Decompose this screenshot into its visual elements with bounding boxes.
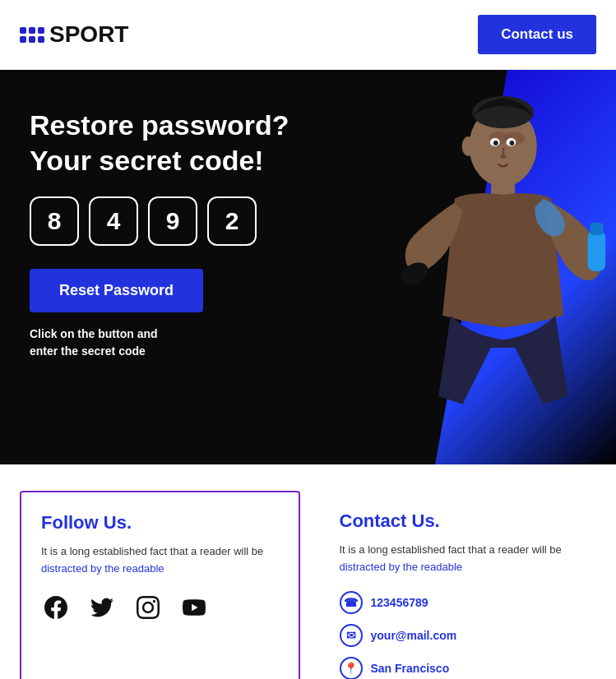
- hero-note: Click on the button and enter the secret…: [30, 326, 289, 360]
- hero-note-line1: Click on the button and: [30, 327, 158, 340]
- follow-us-title: Follow Us.: [41, 512, 279, 534]
- header: SPORT Contact us: [0, 0, 616, 70]
- logo-dot: [29, 27, 35, 34]
- logo: SPORT: [20, 21, 128, 48]
- code-boxes: 8 4 9 2: [30, 196, 289, 246]
- page-wrapper: SPORT Contact us: [0, 0, 616, 679]
- contact-us-section: Contact Us. It is a long established fac…: [320, 491, 597, 679]
- instagram-icon[interactable]: [133, 593, 163, 622]
- logo-dot: [20, 27, 26, 34]
- code-digit-2: 4: [89, 196, 138, 246]
- svg-rect-3: [591, 223, 604, 235]
- phone-number: 123456789: [371, 596, 428, 609]
- follow-us-body-highlight: distracted by the readable: [41, 562, 164, 575]
- svg-rect-2: [588, 231, 606, 271]
- contact-us-title: Contact Us.: [340, 510, 577, 532]
- contact-us-body-normal: It is a long established fact that a rea…: [340, 543, 562, 556]
- contact-email[interactable]: ✉ your@mail.com: [340, 624, 577, 647]
- contact-location[interactable]: 📍 San Francisco: [340, 657, 577, 679]
- hero-title-line2: Your secret code!: [30, 145, 289, 177]
- email-address: your@mail.com: [371, 629, 457, 642]
- logo-dots-icon: [20, 27, 44, 43]
- follow-us-section: Follow Us. It is a long established fact…: [20, 491, 300, 679]
- code-digit-3: 9: [148, 196, 197, 246]
- contact-us-button[interactable]: Contact us: [478, 15, 596, 54]
- follow-us-body-normal: It is a long established fact that a rea…: [41, 545, 263, 557]
- contact-us-body-highlight: distracted by the readable: [340, 561, 463, 573]
- youtube-icon[interactable]: [179, 593, 209, 622]
- logo-dot: [29, 36, 35, 43]
- email-icon: ✉: [340, 624, 363, 647]
- hero-image: [277, 70, 616, 464]
- contact-us-body: It is a long established fact that a rea…: [340, 542, 577, 576]
- social-icons: [41, 593, 279, 622]
- code-digit-4: 2: [207, 196, 257, 246]
- hero-title-line1: Restore password?: [30, 109, 289, 141]
- location-name: San Francisco: [371, 662, 450, 675]
- svg-point-8: [462, 136, 475, 156]
- phone-icon: ☎: [340, 591, 363, 614]
- logo-text: SPORT: [49, 21, 128, 48]
- code-digit-1: 8: [30, 196, 79, 246]
- hero-section: Restore password? Your secret code! 8 4 …: [0, 70, 616, 464]
- svg-point-12: [510, 141, 515, 146]
- hero-content: Restore password? Your secret code! 8 4 …: [30, 109, 289, 360]
- bottom-section: Follow Us. It is a long established fact…: [0, 464, 616, 679]
- logo-dot: [38, 27, 44, 34]
- reset-password-button[interactable]: Reset Password: [30, 269, 203, 312]
- facebook-icon[interactable]: [41, 593, 71, 622]
- logo-dot: [38, 36, 44, 43]
- location-icon: 📍: [340, 657, 363, 679]
- twitter-icon[interactable]: [87, 593, 117, 622]
- hero-note-line2: enter the secret code: [30, 344, 146, 358]
- follow-us-body: It is a long established fact that a rea…: [41, 543, 279, 578]
- contact-phone[interactable]: ☎ 123456789: [340, 591, 577, 614]
- svg-point-11: [493, 141, 498, 146]
- logo-dot: [20, 36, 26, 43]
